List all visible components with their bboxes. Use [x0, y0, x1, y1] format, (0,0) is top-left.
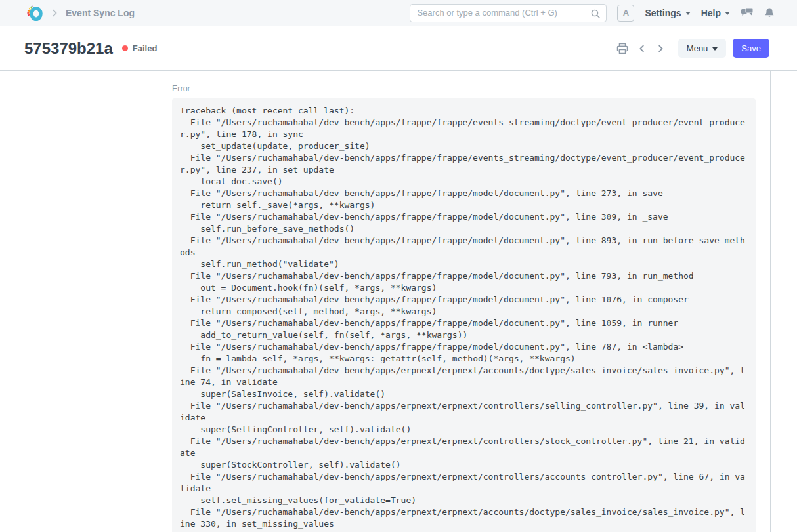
error-traceback-box: Traceback (most recent call last): File … [172, 98, 756, 532]
save-button-label: Save [741, 43, 761, 53]
search-icon [590, 9, 601, 22]
error-field-label: Error [172, 84, 770, 93]
breadcrumb[interactable]: Event Sync Log [66, 8, 135, 18]
avatar[interactable]: A [617, 5, 634, 22]
chat-icon[interactable] [741, 7, 754, 19]
next-doc-button[interactable] [655, 43, 666, 54]
right-gutter [771, 71, 797, 532]
save-button[interactable]: Save [733, 39, 769, 58]
chevron-down-icon [712, 47, 718, 51]
chevron-down-icon [725, 12, 730, 15]
menu-button-label: Menu [687, 43, 708, 53]
search-input[interactable] [410, 8, 606, 18]
title-area: 575379b21a Failed [24, 39, 157, 58]
status-label: Failed [133, 43, 158, 53]
chevron-down-icon [685, 12, 691, 15]
menu-button[interactable]: Menu [678, 39, 727, 58]
settings-menu-label: Settings [645, 8, 681, 18]
page-head: 575379b21a Failed Menu Save [0, 26, 797, 71]
help-menu-label: Help [701, 8, 721, 18]
navbar-left: Event Sync Log [26, 5, 135, 22]
page-title: 575379b21a [24, 39, 113, 58]
printer-icon [616, 43, 628, 54]
chevron-right-icon [50, 9, 59, 18]
status-dot-icon [122, 45, 128, 51]
chevron-right-icon [656, 44, 665, 53]
page-body: Error Traceback (most recent call last):… [0, 71, 797, 532]
prev-doc-button[interactable] [636, 43, 648, 54]
chevron-left-icon [637, 44, 647, 53]
navbar: Event Sync Log A Settings Help [0, 0, 797, 26]
form-sidebar [0, 71, 152, 532]
form-main: Error Traceback (most recent call last):… [152, 71, 771, 532]
print-button[interactable] [615, 41, 630, 56]
global-search[interactable] [410, 4, 607, 22]
navbar-right: A Settings Help [410, 4, 775, 22]
settings-menu[interactable]: Settings [645, 8, 690, 18]
traceback-text: Traceback (most recent call last): File … [180, 105, 748, 532]
app-logo-icon[interactable] [26, 5, 43, 22]
bell-icon[interactable] [764, 7, 775, 19]
status-badge: Failed [122, 43, 158, 53]
page-actions: Menu Save [615, 39, 769, 58]
help-menu[interactable]: Help [701, 8, 730, 18]
